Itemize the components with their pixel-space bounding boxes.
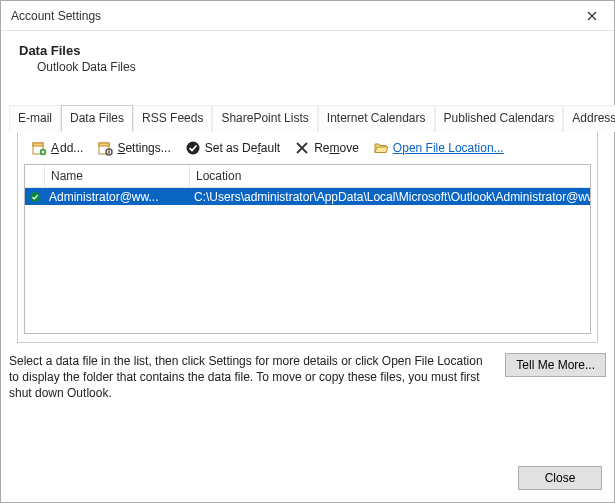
list-body: Administrator@ww... C:\Users\administrat… [25,188,590,333]
row-name: Administrator@ww... [45,189,190,205]
svg-point-6 [108,151,110,153]
checkmark-circle-icon [185,140,201,156]
add-label: dd... [60,141,83,155]
tab-strip: E-mail Data Files RSS Feeds SharePoint L… [9,104,606,132]
list-header: Name Location [25,165,590,188]
close-window-button[interactable] [569,1,614,31]
add-file-icon [31,140,47,156]
page-title: Data Files [19,43,596,58]
svg-point-8 [30,192,40,202]
delete-icon [294,140,310,156]
tab-data-files[interactable]: Data Files [61,105,133,132]
tab-address-books[interactable]: Address Books [563,105,615,132]
tab-published-calendars[interactable]: Published Calendars [435,105,564,132]
window-title: Account Settings [11,9,569,23]
close-icon [587,11,597,21]
settings-label: Settings... [117,141,170,155]
titlebar: Account Settings [1,1,614,31]
toolbar: A dd... Settings... Set as Default [18,132,597,164]
tab-email[interactable]: E-mail [9,105,61,132]
tab-sharepoint-lists[interactable]: SharePoint Lists [212,105,317,132]
settings-button[interactable]: Settings... [90,137,177,159]
page-subtitle: Outlook Data Files [37,60,596,74]
column-location[interactable]: Location [190,165,590,188]
svg-rect-4 [99,143,109,146]
checkmark-circle-icon [29,190,41,204]
data-files-list: Name Location Administrator@ww... C:\Use… [24,164,591,334]
tab-content: A dd... Settings... Set as Default [17,132,598,343]
help-section: Select a data file in the list, then cli… [1,343,614,402]
column-name[interactable]: Name [45,165,190,188]
list-item[interactable]: Administrator@ww... C:\Users\administrat… [25,188,590,205]
tab-rss-feeds[interactable]: RSS Feeds [133,105,212,132]
set-default-label: Set as Default [205,141,280,155]
remove-label: Remove [314,141,359,155]
set-default-button[interactable]: Set as Default [178,137,287,159]
tab-internet-calendars[interactable]: Internet Calendars [318,105,435,132]
default-indicator [25,189,45,205]
footer: Close [518,466,602,490]
remove-button[interactable]: Remove [287,137,366,159]
tell-me-more-button[interactable]: Tell Me More... [505,353,606,377]
help-text: Select a data file in the list, then cli… [9,353,495,402]
svg-point-7 [186,142,199,155]
close-button[interactable]: Close [518,466,602,490]
row-location: C:\Users\administrator\AppData\Local\Mic… [190,189,590,205]
svg-rect-1 [33,143,43,146]
open-file-location-button[interactable]: Open File Location... [366,137,511,159]
header: Data Files Outlook Data Files [1,31,614,80]
open-file-location-label: Open File Location... [393,141,504,155]
add-button[interactable]: A dd... [24,137,90,159]
folder-open-icon [373,140,389,156]
settings-icon [97,140,113,156]
